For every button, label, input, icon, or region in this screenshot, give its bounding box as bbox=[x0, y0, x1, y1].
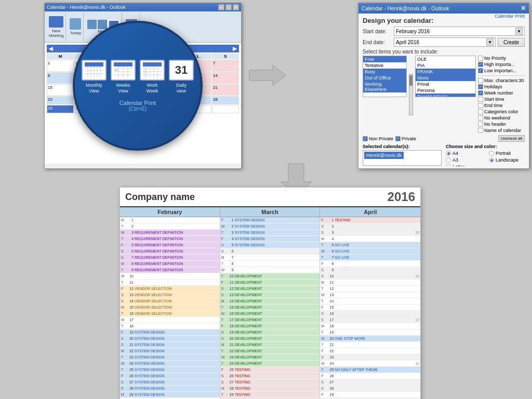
daily-view-option[interactable]: 31 Dailyview bbox=[169, 60, 194, 94]
no-weekend-check[interactable] bbox=[478, 115, 483, 121]
cal-day-8[interactable]: 8 bbox=[47, 72, 74, 84]
day-number: 15 bbox=[126, 305, 134, 309]
day-event-text: DEVELOPMENT bbox=[235, 318, 319, 322]
a4-radio[interactable] bbox=[446, 151, 451, 156]
table-row: S 6 bbox=[220, 248, 320, 255]
day-letter: M bbox=[121, 262, 126, 265]
portrait-radio[interactable] bbox=[489, 151, 494, 156]
week-badge: 15 bbox=[415, 231, 419, 234]
cat-item-ole[interactable]: OLE bbox=[416, 56, 475, 62]
day-event-text: SYSTEM DESIGN bbox=[135, 368, 219, 371]
end-date-row: End date: April 2016 ▼ Create bbox=[363, 37, 525, 47]
selected-cal-item[interactable]: Henrik@novix.dk bbox=[364, 152, 404, 159]
no-header-check[interactable] bbox=[478, 122, 483, 127]
day-letter: M bbox=[221, 387, 227, 390]
end-time-check[interactable] bbox=[478, 103, 483, 108]
start-date-picker-btn[interactable]: ▼ bbox=[515, 28, 523, 35]
day-event-text: SYSTEM DESIGN bbox=[235, 218, 319, 222]
holidays-check[interactable]: ✓ bbox=[478, 84, 483, 89]
day-letter: T bbox=[121, 368, 126, 371]
close-button[interactable]: ✕ bbox=[233, 4, 239, 10]
day-event-text: GO LIVE bbox=[335, 243, 419, 247]
day-letter: S bbox=[121, 293, 126, 297]
table-row: S 28 SYSTEM DESIGN bbox=[120, 385, 220, 392]
cal-day-7[interactable]: 7 bbox=[212, 60, 239, 72]
week-number-label: Week number bbox=[484, 90, 513, 96]
priority-no-check[interactable] bbox=[478, 56, 483, 61]
week-number-check[interactable]: ✓ bbox=[478, 90, 483, 96]
priority-low-label: Low Importan... bbox=[484, 68, 516, 73]
cat-item-frank[interactable]: FRANK bbox=[416, 69, 475, 75]
private-check[interactable]: ✓ bbox=[395, 136, 401, 141]
size-a3[interactable]: A3 bbox=[446, 157, 486, 163]
weeks-view-option[interactable]: WeeksView bbox=[111, 60, 136, 94]
start-time-check[interactable] bbox=[478, 97, 483, 102]
next-month-btn[interactable]: ▶ bbox=[233, 46, 237, 51]
cal-day-15[interactable]: 15 bbox=[47, 84, 74, 96]
list-item-working-elsewhere[interactable]: Working Elsewhere bbox=[363, 81, 406, 92]
table-row: F 19 SYSTEM DESIGN bbox=[120, 329, 220, 336]
cal-day-6mar[interactable] bbox=[212, 105, 239, 113]
dialog-titlebar: Calendar - Henrik@novix.dk - Outlook ✕ bbox=[358, 3, 529, 14]
categories-list[interactable]: OLE PIA FRANK Mons Privat Persona Projek… bbox=[415, 56, 476, 97]
table-row: T 29 TESTING bbox=[220, 392, 320, 398]
cat-item-mons[interactable]: Mons bbox=[416, 75, 475, 81]
day-number: 25 bbox=[326, 368, 334, 371]
prev-month-btn[interactable]: ◀ bbox=[49, 46, 53, 51]
letter-radio[interactable] bbox=[446, 164, 451, 166]
list-item-out-of-office[interactable]: Out of Office bbox=[363, 75, 406, 81]
minimize-button[interactable]: ─ bbox=[218, 4, 224, 10]
dialog-close-button[interactable]: ✕ bbox=[521, 5, 526, 12]
day-number: 7 bbox=[326, 256, 334, 259]
orient-landscape[interactable]: Landscape bbox=[489, 157, 518, 163]
maximize-button[interactable]: □ bbox=[225, 4, 232, 10]
size-a4[interactable]: A4 bbox=[446, 151, 486, 156]
april-column: F 1 TESTING S 2 S 3 15 M 4 T 5 GO LIVE W… bbox=[320, 217, 420, 399]
size-letter[interactable]: Letter bbox=[446, 164, 486, 166]
workweek-view-option[interactable]: WorkWeek bbox=[140, 60, 165, 94]
cal-day-1[interactable]: 1 bbox=[47, 60, 74, 72]
non-private-check[interactable]: ✓ bbox=[363, 136, 368, 141]
landscape-radio[interactable] bbox=[489, 157, 494, 163]
create-button[interactable]: Create bbox=[498, 38, 525, 47]
day-letter: M bbox=[221, 256, 227, 259]
a3-radio[interactable] bbox=[446, 157, 451, 163]
priority-low-check[interactable]: ✓ bbox=[478, 68, 483, 73]
table-row: F 18 DEVELOPMENT bbox=[220, 323, 320, 329]
start-time-row: Start time bbox=[478, 97, 525, 102]
day-event-text: SYSTEM DESIGN bbox=[135, 330, 219, 334]
orient-portrait[interactable]: Portrait bbox=[489, 151, 518, 156]
max-chars-check[interactable] bbox=[478, 78, 483, 83]
cat-item-projekt[interactable]: Projekt NOVIX bbox=[416, 94, 475, 97]
day-event-text: DEVELOPMENT bbox=[235, 305, 319, 309]
cat-item-privat[interactable]: Privat bbox=[416, 81, 475, 87]
end-date-input[interactable]: April 2016 ▼ bbox=[394, 37, 496, 47]
cal-day-22[interactable]: 22 bbox=[47, 96, 74, 104]
end-date-picker-btn[interactable]: ▼ bbox=[486, 38, 494, 46]
day-number: 7 bbox=[126, 256, 134, 259]
cal-day-28[interactable]: 28 bbox=[212, 96, 239, 104]
cat-color-check[interactable] bbox=[478, 109, 483, 114]
cal-day-14[interactable]: 14 bbox=[212, 72, 239, 84]
day-event-text: TESTING bbox=[235, 387, 319, 390]
list-item-busy[interactable]: Busy bbox=[363, 69, 406, 75]
uncheck-all-button[interactable]: Uncheck all bbox=[498, 135, 525, 142]
start-date-input[interactable]: February 2016 ▼ bbox=[394, 26, 525, 36]
list-item-tentative[interactable]: Tentative bbox=[363, 62, 406, 69]
cal-day-21[interactable]: 21 bbox=[212, 84, 239, 96]
day-letter: S bbox=[221, 337, 227, 340]
free-busy-list[interactable]: Free Tentative Busy Out of Office Workin… bbox=[363, 56, 407, 97]
cal-day-29[interactable]: 29 bbox=[47, 105, 74, 113]
table-row: T 22 DEVELOPMENT bbox=[220, 348, 320, 354]
list-item-free[interactable]: Free bbox=[363, 56, 406, 62]
day-number: 23 bbox=[126, 355, 134, 359]
priority-high-check[interactable]: ✓ bbox=[478, 62, 483, 67]
day-number: 6 bbox=[326, 249, 334, 253]
name-of-cal-check[interactable] bbox=[478, 128, 483, 133]
monthly-view-option[interactable]: MonthlyView bbox=[82, 60, 107, 94]
day-letter: M bbox=[121, 218, 126, 222]
cat-item-pia[interactable]: PIA bbox=[416, 62, 475, 69]
cat-item-persona[interactable]: Persona bbox=[416, 87, 475, 94]
day-number: 28 bbox=[227, 387, 234, 390]
day-number: 19 bbox=[126, 330, 134, 334]
